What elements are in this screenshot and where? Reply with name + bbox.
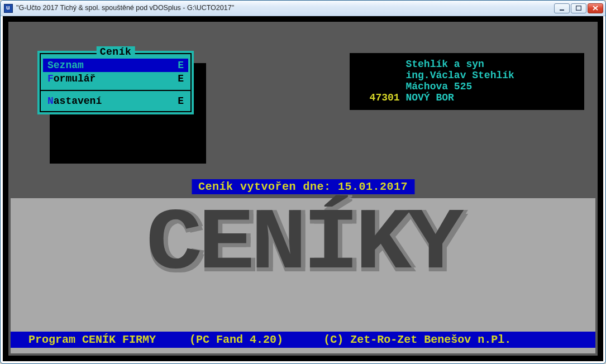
menu-item-formular[interactable]: Formulář E bbox=[43, 72, 188, 85]
big-title: CENÍKY bbox=[146, 201, 460, 288]
footer-bar: Program CENÍK FIRMY (PC Fand 4.20) (C) Z… bbox=[11, 332, 595, 348]
svg-rect-0 bbox=[560, 9, 564, 11]
big-title-wrap: CENÍKY bbox=[11, 208, 595, 281]
menu-item-nastaveni[interactable]: Nastavení E bbox=[43, 94, 188, 108]
company-line2: ing.Václav Stehlík bbox=[357, 70, 576, 81]
dos-screen: Ceník Seznam E Formulář E bbox=[8, 22, 598, 356]
company-line3: Máchova 525 bbox=[357, 81, 576, 92]
menu-cenik: Ceník Seznam E Formulář E bbox=[37, 51, 194, 114]
window-frame: "G-Účto 2017 Tichý & spol. spouštěné pod… bbox=[0, 0, 606, 364]
titlebar[interactable]: "G-Účto 2017 Tichý & spol. spouštěné pod… bbox=[1, 1, 605, 16]
footer-engine: (PC Fand 4.20) bbox=[156, 333, 283, 346]
app-icon bbox=[4, 4, 13, 13]
menu-item-seznam[interactable]: Seznam E bbox=[43, 59, 188, 72]
company-info: Stehlík a syn ing.Václav Stehlík Máchova… bbox=[350, 53, 584, 110]
company-line4: 47301 NOVÝ BOR bbox=[357, 92, 576, 103]
minimize-button[interactable] bbox=[554, 3, 570, 13]
footer-program: Program CENÍK FIRMY bbox=[15, 333, 156, 346]
date-banner: Ceník vytvořen dne: 15.01.2017 bbox=[192, 179, 414, 194]
maximize-button[interactable] bbox=[571, 3, 586, 13]
window-title: "G-Účto 2017 Tichý & spol. spouštěné pod… bbox=[16, 4, 554, 12]
menu-separator bbox=[41, 90, 190, 91]
close-button[interactable] bbox=[588, 3, 603, 13]
menu-title: Ceník bbox=[97, 46, 135, 58]
company-line1: Stehlík a syn bbox=[357, 59, 576, 70]
footer-copyright: (C) Zet-Ro-Zet Benešov n.Pl. bbox=[283, 333, 518, 346]
svg-rect-1 bbox=[576, 6, 581, 11]
dos-client-area: Ceník Seznam E Formulář E bbox=[3, 16, 603, 361]
